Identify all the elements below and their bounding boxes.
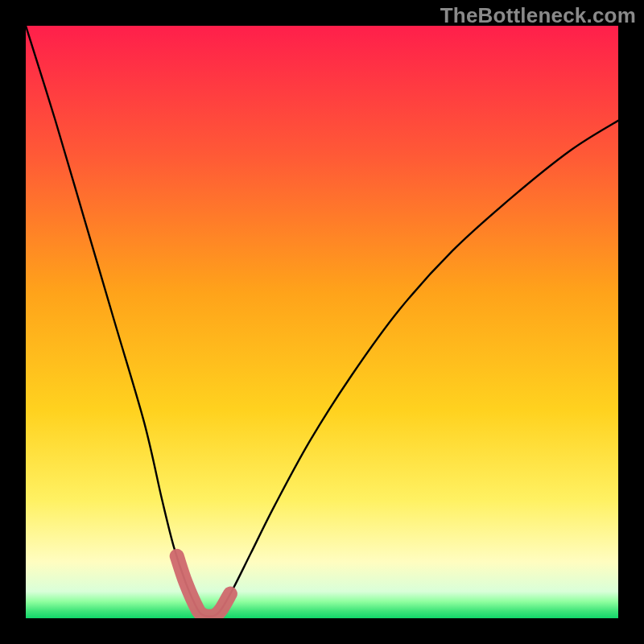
chart-frame: TheBottleneck.com <box>0 0 644 644</box>
chart-plot-area <box>26 26 618 618</box>
chart-svg <box>26 26 618 618</box>
watermark: TheBottleneck.com <box>440 3 636 28</box>
